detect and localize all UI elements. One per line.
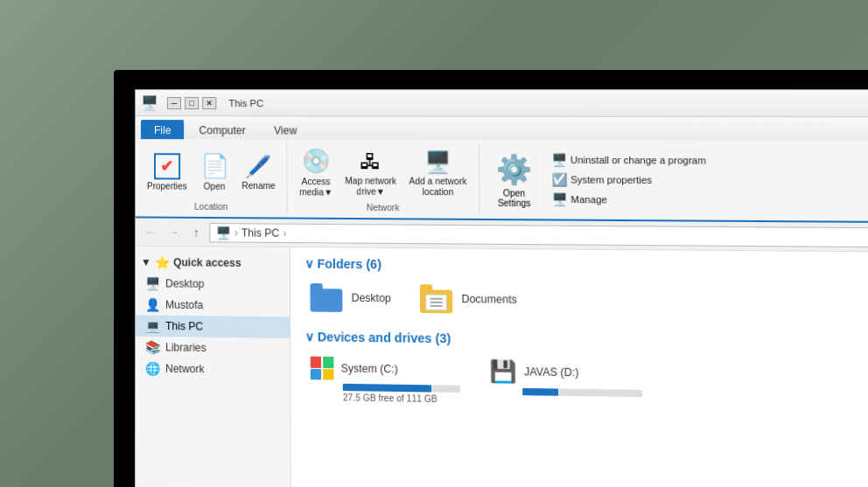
chevron-icon: ▼ <box>141 256 151 268</box>
close-button[interactable]: ✕ <box>202 97 216 109</box>
add-network-location-icon: 🖥️ <box>424 150 452 175</box>
manage-label: Manage <box>570 194 607 205</box>
quick-access-header[interactable]: ▼ ⭐ Quick access <box>136 252 290 275</box>
manage-icon: 🖥️ <box>551 192 567 207</box>
manage-button[interactable]: 🖥️ Manage <box>548 191 710 210</box>
open-settings-button[interactable]: ⚙️ OpenSettings <box>486 145 542 213</box>
sidebar-item-libraries[interactable]: 📚 Libraries <box>136 337 290 360</box>
maximize-button[interactable]: □ <box>185 97 199 109</box>
rename-button[interactable]: 🖊️ Rename <box>237 151 280 194</box>
title-bar: 🖥️ ─ □ ✕ This PC <box>136 90 868 117</box>
this-pc-icon: 💻 <box>144 319 160 333</box>
location-buttons: ✔ Properties 📄 Open 🖊️ Rename <box>143 144 280 200</box>
this-pc-label: This PC <box>165 320 203 333</box>
title-bar-buttons: ─ □ ✕ <box>167 97 216 109</box>
open-settings-label: OpenSettings <box>498 188 531 208</box>
folders-grid: Desktop <box>304 280 868 322</box>
rename-label: Rename <box>242 180 275 191</box>
back-button[interactable]: ← <box>141 222 160 241</box>
drive-icon: 💾 <box>489 358 517 384</box>
open-icon: 📄 <box>200 152 228 179</box>
tab-file[interactable]: File <box>141 120 185 139</box>
minimize-button[interactable]: ─ <box>167 97 181 109</box>
monitor-frame: 🖥️ ─ □ ✕ This PC File Computer View <box>114 70 868 487</box>
folders-chevron: ∨ <box>304 256 313 270</box>
explorer-window: 🖥️ ─ □ ✕ This PC File Computer View <box>135 89 868 487</box>
system-properties-icon: ☑️ <box>551 172 567 186</box>
ribbon-group-location: ✔ Properties 📄 Open 🖊️ Rename <box>136 143 288 213</box>
desktop-label: Desktop <box>165 277 204 290</box>
add-network-location-label: Add a networklocation <box>409 176 466 198</box>
sidebar-item-this-pc[interactable]: 💻 This PC <box>136 315 290 337</box>
uninstall-button[interactable]: 🖥️ Uninstall or change a program <box>548 151 710 170</box>
uninstall-label: Uninstall or change a program <box>570 155 706 166</box>
network-label: Network <box>165 363 205 376</box>
libraries-label: Libraries <box>165 341 206 354</box>
open-label: Open <box>204 182 226 192</box>
up-button[interactable]: ↑ <box>186 222 206 241</box>
javas-d-drive[interactable]: 💾 JAVAS (D:) <box>484 355 648 411</box>
forward-button[interactable]: → <box>164 222 183 241</box>
access-media-icon: 💿 <box>302 148 331 176</box>
javas-d-name: JAVAS (D:) <box>524 365 579 379</box>
system-c-name: System (C:) <box>341 362 398 375</box>
javas-d-bar-container <box>522 388 642 397</box>
system-sub-buttons: 🖥️ Uninstall or change a program ☑️ Syst… <box>542 145 716 214</box>
mustofa-label: Mustofa <box>165 299 203 312</box>
network-buttons: 💿 Accessmedia▼ 🖧 Map networkdrive▼ 🖥️ Ad… <box>295 145 472 202</box>
sidebar-item-network[interactable]: 🌐 Network <box>136 358 290 381</box>
map-network-drive-label: Map networkdrive▼ <box>345 176 396 198</box>
sidebar-item-mustofa[interactable]: 👤 Mustofa <box>136 294 290 317</box>
network-icon: 🌐 <box>144 361 160 375</box>
uninstall-icon: 🖥️ <box>551 153 567 167</box>
settings-gear-icon: ⚙️ <box>495 152 532 186</box>
system-c-bar-container <box>343 384 460 393</box>
ribbon-group-system: ⚙️ OpenSettings 🖥️ Uninstall or change a… <box>480 143 724 216</box>
desktop-folder-item[interactable]: Desktop <box>304 280 396 317</box>
system-properties-label: System properties <box>570 174 652 185</box>
system-c-bar <box>343 384 431 393</box>
drives-chevron: ∨ <box>304 330 313 344</box>
title-text: This PC <box>228 98 263 108</box>
map-network-drive-button[interactable]: 🖧 Map networkdrive▼ <box>340 146 401 199</box>
documents-folder-icon <box>420 284 455 313</box>
ribbon-group-network: 💿 Accessmedia▼ 🖧 Map networkdrive▼ 🖥️ Ad… <box>288 143 480 215</box>
sidebar-item-desktop[interactable]: 🖥️ Desktop <box>136 273 290 296</box>
documents-folder-name: Documents <box>461 293 516 306</box>
properties-label: Properties <box>147 181 187 191</box>
main-area: ▼ ⭐ Quick access 🖥️ Desktop 👤 Mustofa 💻 <box>136 247 868 487</box>
window-wrapper: 🖥️ ─ □ ✕ This PC File Computer View <box>126 80 868 487</box>
tab-computer[interactable]: Computer <box>186 120 258 139</box>
access-media-label: Accessmedia▼ <box>299 177 332 198</box>
desktop-folder-icon <box>310 283 344 312</box>
quick-access-label: Quick access <box>173 256 242 269</box>
folders-section-header: ∨ Folders (6) <box>304 256 868 275</box>
documents-folder-item[interactable]: Documents <box>415 281 523 317</box>
user-icon: 👤 <box>144 297 160 311</box>
ribbon: ✔ Properties 📄 Open 🖊️ Rename <box>136 139 868 223</box>
windows-logo-icon <box>311 357 334 380</box>
title-bar-icon: 🖥️ <box>143 96 157 110</box>
folders-title: Folders (6) <box>317 256 381 271</box>
properties-button[interactable]: ✔ Properties <box>143 150 192 195</box>
system-c-drive[interactable]: System (C:) 27.5 GB free of 111 GB <box>305 352 466 407</box>
desktop-folder-name: Desktop <box>352 292 391 305</box>
open-button[interactable]: 📄 Open <box>195 150 234 195</box>
access-media-button[interactable]: 💿 Accessmedia▼ <box>295 145 337 201</box>
drives-section-header: ∨ Devices and drives (3) <box>304 330 868 351</box>
network-group-label: Network <box>367 203 400 212</box>
content-area: ∨ Folders (6) Desktop <box>290 247 868 487</box>
system-c-header: System (C:) <box>311 357 460 382</box>
sidebar: ▼ ⭐ Quick access 🖥️ Desktop 👤 Mustofa 💻 <box>136 247 291 487</box>
drives-grid: System (C:) 27.5 GB free of 111 GB 💾 <box>305 352 868 414</box>
pc-icon: 🖥️ <box>216 226 231 240</box>
add-network-location-button[interactable]: 🖥️ Add a networklocation <box>404 146 472 199</box>
system-c-info: 27.5 GB free of 111 GB <box>343 393 460 404</box>
address-path: This PC <box>242 226 279 239</box>
libraries-icon: 📚 <box>144 340 160 354</box>
ribbon-tabs: File Computer View <box>136 116 868 141</box>
tab-view[interactable]: View <box>261 120 311 139</box>
system-properties-button[interactable]: ☑️ System properties <box>548 170 710 189</box>
javas-d-bar <box>522 388 558 396</box>
address-box[interactable]: 🖥️ › This PC › <box>209 223 868 247</box>
